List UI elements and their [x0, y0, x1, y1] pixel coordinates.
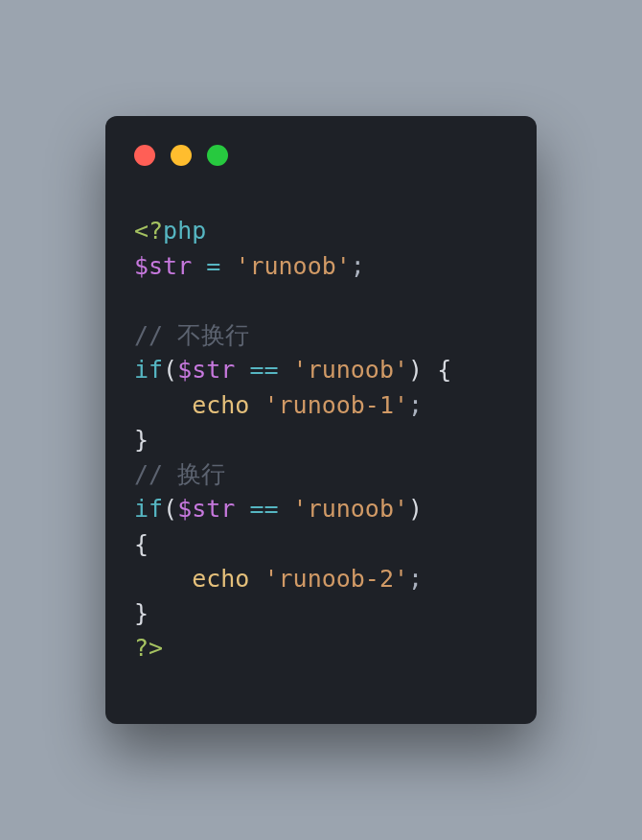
string-runoob: 'runoob' — [235, 252, 350, 280]
eqeq-op: == — [235, 356, 292, 384]
variable-str: $str — [134, 252, 192, 280]
indent — [134, 565, 192, 593]
string-runoob-1: 'runoob-1' — [264, 391, 409, 419]
string-runoob: 'runoob' — [293, 356, 408, 384]
semicolon: ; — [408, 391, 423, 419]
space — [423, 356, 437, 384]
php-open-tag-start: <? — [134, 217, 163, 245]
rbrace: } — [134, 426, 149, 454]
lbrace: { — [134, 530, 149, 558]
code-block: <?php $str = 'runoob'; // 不换行 if($str ==… — [134, 214, 508, 665]
assign-op: = — [192, 252, 235, 280]
echo-keyword: echo — [192, 391, 249, 419]
semicolon: ; — [408, 565, 423, 593]
indent — [134, 391, 192, 419]
lbrace: { — [437, 356, 451, 384]
string-runoob-2: 'runoob-2' — [264, 565, 409, 593]
if-keyword: if — [134, 356, 163, 384]
maximize-icon[interactable] — [207, 145, 228, 166]
php-close-tag: ?> — [134, 634, 163, 662]
space — [249, 565, 264, 593]
php-open-tag-word: php — [163, 217, 206, 245]
minimize-icon[interactable] — [171, 145, 192, 166]
string-runoob: 'runoob' — [293, 495, 408, 523]
close-icon[interactable] — [134, 145, 155, 166]
variable-str: $str — [177, 495, 235, 523]
code-window: <?php $str = 'runoob'; // 不换行 if($str ==… — [105, 116, 537, 723]
rparen: ) — [408, 356, 423, 384]
variable-str: $str — [177, 356, 235, 384]
space — [249, 391, 264, 419]
rparen: ) — [408, 495, 423, 523]
lparen: ( — [163, 495, 177, 523]
echo-keyword: echo — [192, 565, 249, 593]
eqeq-op: == — [235, 495, 292, 523]
lparen: ( — [163, 356, 177, 384]
semicolon: ; — [351, 252, 365, 280]
traffic-lights — [134, 145, 508, 166]
comment-wrap: // 换行 — [134, 460, 225, 488]
if-keyword: if — [134, 495, 163, 523]
comment-no-wrap: // 不换行 — [134, 321, 249, 349]
rbrace: } — [134, 599, 149, 627]
